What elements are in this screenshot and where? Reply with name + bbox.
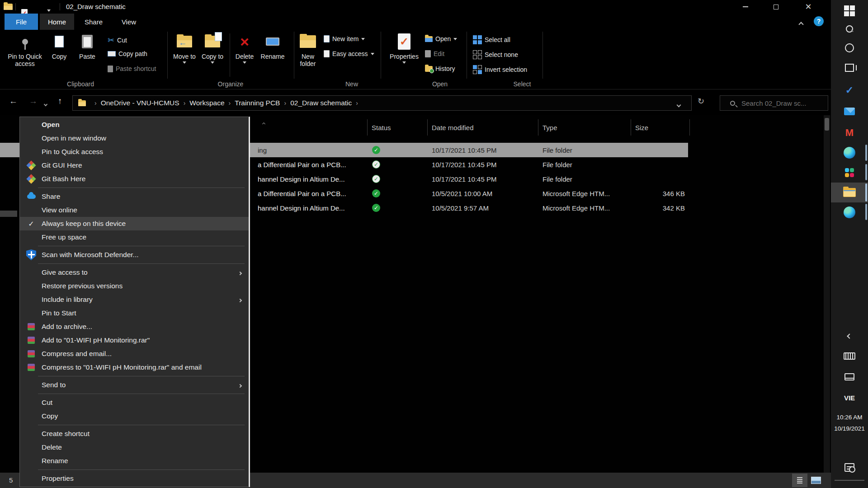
task-view-button[interactable] — [831, 58, 868, 78]
column-divider[interactable] — [427, 119, 428, 136]
breadcrumb-current-folder[interactable]: 02_Draw schematic — [290, 99, 352, 107]
move-to-button[interactable]: ← Move to — [171, 32, 198, 64]
copy-button[interactable]: Copy — [47, 32, 71, 60]
delete-button[interactable]: × Delete — [232, 32, 257, 64]
open-button[interactable]: Open — [425, 35, 457, 42]
menu-item-open-in-new-window[interactable]: Open in new window — [20, 131, 249, 145]
minimize-button[interactable] — [735, 0, 756, 14]
todo-app-button[interactable]: ✓ — [831, 80, 868, 100]
column-header-type[interactable]: Type — [542, 118, 557, 136]
menu-item-cut[interactable]: Cut — [20, 396, 249, 409]
clock-time[interactable]: 10:26 AM — [831, 414, 868, 421]
menu-item-give-access-to[interactable]: Give access to — [20, 266, 249, 279]
file-explorer-app-button[interactable] — [831, 183, 868, 202]
new-folder-button[interactable]: New folder — [293, 32, 323, 67]
properties-button[interactable]: ✓ Properties — [387, 32, 422, 64]
recent-locations-dropdown-icon[interactable] — [44, 99, 47, 108]
tab-file[interactable]: File — [5, 14, 38, 30]
new-item-button[interactable]: New item — [324, 35, 365, 42]
menu-item-always-keep-on-this-device[interactable]: ✓ Always keep on this device — [20, 217, 249, 230]
column-divider[interactable] — [367, 119, 368, 136]
quick-access-toolbar-dropdown-icon[interactable] — [47, 5, 51, 14]
column-divider[interactable] — [538, 119, 538, 136]
show-desktop-divider[interactable] — [835, 480, 864, 481]
details-view-button[interactable] — [792, 474, 807, 487]
mail-app-button[interactable] — [831, 101, 868, 121]
edit-button[interactable]: Edit — [425, 50, 444, 57]
menu-item-compress-to-rar-and-email[interactable]: Compress to "01-WIFI pH Monitoring.rar" … — [20, 361, 249, 374]
slack-app-button[interactable] — [831, 163, 868, 183]
menu-item-rename[interactable]: Rename — [20, 454, 249, 468]
up-icon[interactable]: ↑ — [58, 96, 62, 106]
menu-item-pin-to-quick-access[interactable]: Pin to Quick access — [20, 145, 249, 159]
column-divider[interactable] — [689, 119, 690, 136]
search-input[interactable] — [741, 99, 818, 107]
pin-to-quick-access-button[interactable]: Pin to Quick access — [5, 32, 44, 67]
forward-icon[interactable]: → — [29, 96, 38, 106]
column-header-date-modified[interactable]: Date modified — [432, 118, 474, 136]
menu-item-add-to-rar[interactable]: Add to "01-WIFI pH Monitoring.rar" — [20, 333, 249, 347]
column-header-status[interactable]: Status — [372, 118, 391, 136]
clock-date[interactable]: 10/19/2021 — [831, 425, 868, 432]
paste-shortcut-button[interactable]: Paste shortcut — [108, 65, 156, 72]
easy-access-button[interactable]: Easy access — [324, 50, 374, 57]
select-all-button[interactable]: Select all — [473, 35, 510, 44]
cortana-button[interactable] — [831, 38, 868, 58]
help-icon[interactable]: ? — [814, 16, 824, 26]
touchpad-button[interactable] — [831, 368, 868, 386]
breadcrumb-workspace[interactable]: Workspace — [189, 99, 224, 107]
refresh-icon[interactable]: ↻ — [698, 96, 704, 106]
select-none-button[interactable]: Select none — [473, 50, 518, 59]
menu-item-share[interactable]: Share — [20, 190, 249, 203]
tab-home[interactable]: Home — [40, 14, 74, 30]
column-header-size[interactable]: Size — [635, 118, 648, 136]
action-center-button[interactable] — [831, 458, 868, 476]
restore-button[interactable] — [765, 0, 786, 14]
language-indicator[interactable]: VIE — [831, 394, 868, 402]
menu-item-copy[interactable]: Copy — [20, 409, 249, 423]
menu-item-restore-previous-versions[interactable]: Restore previous versions — [20, 279, 249, 293]
edge-app-button[interactable] — [831, 202, 868, 222]
cut-button[interactable]: ✂ Cut — [108, 35, 127, 45]
menu-item-create-shortcut[interactable]: Create shortcut — [20, 427, 249, 441]
menu-item-pin-to-start[interactable]: Pin to Start — [20, 306, 249, 320]
menu-item-properties[interactable]: Properties — [20, 472, 249, 485]
history-button[interactable]: History — [425, 65, 455, 72]
menu-item-view-online[interactable]: View online — [20, 203, 249, 217]
tab-view[interactable]: View — [112, 14, 146, 30]
back-icon[interactable]: ← — [9, 96, 18, 106]
vertical-scrollbar[interactable] — [824, 115, 830, 473]
close-button[interactable]: ✕ — [798, 0, 819, 14]
menu-item-include-in-library[interactable]: Include in library — [20, 293, 249, 306]
breadcrumb-trainning-pcb[interactable]: Trainning PCB — [235, 99, 280, 107]
invert-selection-button[interactable]: Invert selection — [473, 65, 527, 74]
menu-item-compress-and-email[interactable]: Compress and email... — [20, 347, 249, 361]
menu-item-scan-with-microsoft-defender[interactable]: Scan with Microsoft Defender... — [20, 248, 249, 262]
tab-share[interactable]: Share — [77, 14, 110, 30]
address-bar[interactable]: › OneDrive - VNU-HCMUS › Workspace › Tra… — [72, 95, 692, 111]
menu-item-free-up-space[interactable]: Free up space — [20, 230, 249, 244]
scrollbar-thumb[interactable] — [825, 118, 829, 131]
menu-item-send-to[interactable]: Send to — [20, 378, 249, 392]
copy-path-button[interactable]: Copy path — [108, 50, 147, 57]
menu-item-add-to-archive[interactable]: Add to archive... — [20, 320, 249, 333]
menu-item-git-bash-here[interactable]: Git Bash Here — [20, 172, 249, 186]
menu-item-delete[interactable]: Delete — [20, 441, 249, 454]
start-button[interactable] — [831, 1, 868, 21]
menu-item-git-gui-here[interactable]: Git GUI Here — [20, 159, 249, 172]
address-dropdown-icon[interactable] — [677, 100, 680, 108]
gmail-app-button[interactable]: M — [831, 123, 868, 143]
show-hidden-icons-button[interactable] — [831, 327, 868, 345]
touch-keyboard-button[interactable] — [831, 347, 868, 365]
taskb-search-button[interactable] — [831, 19, 868, 39]
thumbnail-view-button[interactable] — [808, 474, 824, 487]
menu-item-open[interactable]: Open — [20, 118, 249, 131]
breadcrumb-onedrive[interactable]: OneDrive - VNU-HCMUS — [101, 99, 179, 107]
paste-button[interactable]: Paste — [75, 32, 99, 60]
copy-to-button[interactable]: Copy to — [199, 32, 226, 64]
column-divider[interactable] — [631, 119, 631, 136]
edge-dev-app-button[interactable] — [831, 143, 868, 163]
rename-button[interactable]: Rename — [258, 32, 287, 60]
collapse-ribbon-icon[interactable] — [799, 20, 803, 28]
search-box[interactable] — [720, 95, 828, 111]
